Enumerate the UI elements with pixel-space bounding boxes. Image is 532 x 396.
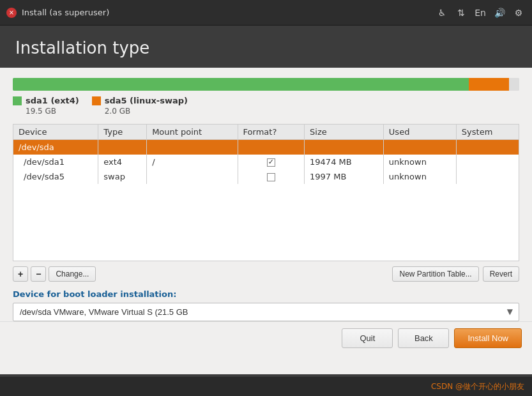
close-button[interactable]: × <box>6 8 17 18</box>
revert-button[interactable]: Revert <box>483 266 519 282</box>
cell-mount: / <box>147 155 238 169</box>
cell-used: unknown <box>383 169 456 184</box>
cell-type <box>98 140 147 155</box>
disk-bar-rest <box>509 78 519 91</box>
back-button[interactable]: Back <box>398 328 449 348</box>
bootloader-select-wrapper: /dev/sda VMware, VMware Virtual S (21.5 … <box>13 303 519 321</box>
cell-size: 19474 MB <box>305 155 384 169</box>
legend-item-sda5: sda5 (linux-swap) 2.0 GB <box>92 96 188 116</box>
cell-used: unknown <box>383 155 456 169</box>
cell-mount <box>147 169 238 184</box>
legend-label-sda5: sda5 (linux-swap) <box>105 96 188 107</box>
table-header-row: Device Type Mount point Format? Size Use… <box>13 125 519 140</box>
cell-type: ext4 <box>98 155 147 169</box>
cell-size <box>305 140 384 155</box>
legend-text-sda5: sda5 (linux-swap) 2.0 GB <box>105 96 188 116</box>
cell-type: swap <box>98 169 147 184</box>
format-checkbox[interactable] <box>267 173 275 181</box>
quit-button[interactable]: Quit <box>342 328 393 348</box>
format-checkbox[interactable] <box>267 158 275 167</box>
partition-table: Device Type Mount point Format? Size Use… <box>13 124 519 261</box>
col-size: Size <box>305 125 384 140</box>
bootloader-label: Device for boot loader installation: <box>13 289 519 299</box>
footer-text: CSDN @做个开心的小朋友 <box>431 381 524 392</box>
disk-bar-orange <box>469 78 509 91</box>
col-mount: Mount point <box>147 125 238 140</box>
page-title: Installation type <box>15 38 517 57</box>
cell-format <box>238 155 304 169</box>
dialog-area: sda1 (ext4) 19.5 GB sda5 (linux-swap) 2.… <box>0 68 532 374</box>
cell-device: /dev/sda5 <box>13 169 98 184</box>
legend-label-sda1: sda1 (ext4) <box>26 96 79 107</box>
cell-used <box>383 140 456 155</box>
legend-text-sda1: sda1 (ext4) 19.5 GB <box>26 96 79 116</box>
cell-mount <box>147 140 238 155</box>
titlebar-icons: ♿ ⇅ En 🔊 ⚙ <box>435 6 526 20</box>
install-now-button[interactable]: Install Now <box>454 328 522 348</box>
disk-legend: sda1 (ext4) 19.5 GB sda5 (linux-swap) 2.… <box>13 96 519 116</box>
disk-bar <box>13 78 519 91</box>
col-device: Device <box>13 125 98 140</box>
cell-device: /dev/sda1 <box>13 155 98 169</box>
table-row[interactable]: /dev/sda5 swap 1997 MB unknown <box>13 169 519 184</box>
legend-item-sda1: sda1 (ext4) 19.5 GB <box>13 96 79 116</box>
table-buttons-left: + − Change... <box>13 266 96 282</box>
table-empty-row <box>13 184 519 261</box>
col-format: Format? <box>238 125 304 140</box>
titlebar-left: × Install (as superuser) <box>6 8 109 18</box>
cell-system <box>456 140 519 155</box>
titlebar: × Install (as superuser) ♿ ⇅ En 🔊 ⚙ <box>0 0 532 26</box>
bootloader-select[interactable]: /dev/sda VMware, VMware Virtual S (21.5 … <box>13 303 519 321</box>
cell-device: /dev/sda <box>13 140 98 155</box>
new-partition-table-button[interactable]: New Partition Table... <box>392 266 478 282</box>
table-buttons-right: New Partition Table... Revert <box>392 266 519 282</box>
cell-size: 1997 MB <box>305 169 384 184</box>
legend-size-sda1: 19.5 GB <box>26 107 79 117</box>
language-icon[interactable]: En <box>473 6 487 20</box>
disk-bar-green <box>13 78 469 91</box>
col-type: Type <box>98 125 147 140</box>
legend-color-green <box>13 96 22 105</box>
empty-cell <box>13 184 519 261</box>
cell-system <box>456 155 519 169</box>
settings-icon[interactable]: ⚙ <box>512 6 526 20</box>
legend-color-orange <box>92 96 101 105</box>
cell-format <box>238 169 304 184</box>
col-system: System <box>456 125 519 140</box>
col-used: Used <box>383 125 456 140</box>
accessibility-icon[interactable]: ♿ <box>435 6 449 20</box>
remove-partition-button[interactable]: − <box>31 266 46 282</box>
change-button[interactable]: Change... <box>49 266 96 282</box>
keyboard-icon[interactable]: ⇅ <box>454 6 468 20</box>
cell-system <box>456 169 519 184</box>
table-row[interactable]: /dev/sda1 ext4 / 19474 MB unknown <box>13 155 519 169</box>
footer: CSDN @做个开心的小朋友 <box>0 377 532 396</box>
bottom-nav: Quit Back Install Now <box>0 321 532 358</box>
table-row-selected[interactable]: /dev/sda <box>13 140 519 155</box>
table-buttons: + − Change... New Partition Table... Rev… <box>13 266 519 282</box>
add-partition-button[interactable]: + <box>13 266 28 282</box>
titlebar-title: Install (as superuser) <box>22 8 109 17</box>
main-content: Installation type sda1 (ext4) 19.5 GB sd… <box>0 26 532 374</box>
cell-format <box>238 140 304 155</box>
sound-icon[interactable]: 🔊 <box>492 6 506 20</box>
legend-size-sda5: 2.0 GB <box>105 107 188 117</box>
